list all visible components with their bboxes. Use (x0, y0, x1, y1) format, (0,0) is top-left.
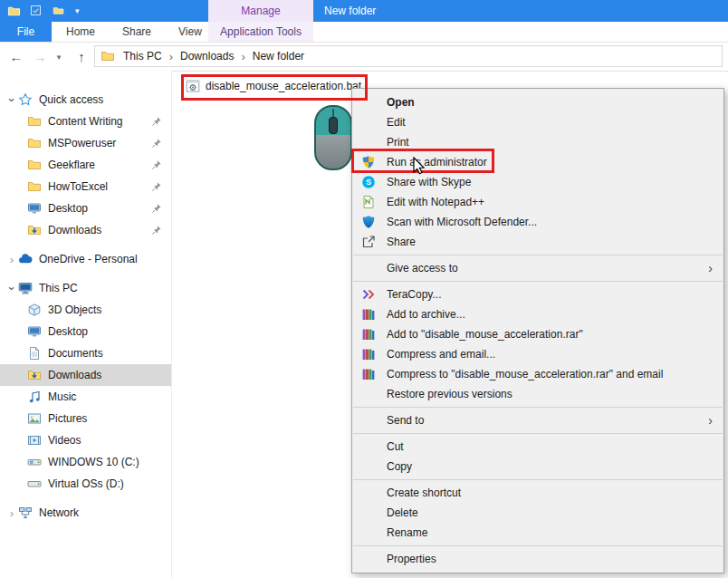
sidebar-item-geekflare[interactable]: Geekflare (0, 154, 171, 176)
menu-item-label: Share with Skype (387, 176, 471, 188)
sidebar-item-label: HowToExcel (48, 180, 108, 193)
menu-item-teracopy[interactable]: TeraCopy... (352, 284, 723, 304)
cloud-icon (18, 252, 33, 266)
sidebar-item-pictures[interactable]: Pictures (0, 408, 171, 429)
menu-item-compress-and-email[interactable]: Compress and email... (352, 344, 723, 364)
menu-item-delete[interactable]: Delete (352, 503, 723, 523)
sidebar-item-music[interactable]: Music (0, 386, 171, 408)
pin-icon (151, 159, 162, 170)
recent-locations-dropdown-icon[interactable]: ▾ (51, 43, 67, 71)
menu-item-add-to-disable-mouse-acceleration-rar[interactable]: Add to "disable_mouse_acceleration.rar" (352, 324, 723, 344)
menu-item-label: Create shortcut (387, 486, 461, 499)
address-bar[interactable]: This PC›Downloads›New folder (94, 45, 723, 67)
menu-item-cut[interactable]: Cut (352, 437, 723, 457)
sidebar: ›Quick accessContent WritingMSPoweruserG… (0, 71, 172, 578)
menu-item-label: Add to archive... (387, 308, 465, 321)
chevron-down-icon[interactable]: › (5, 93, 19, 106)
breadcrumb-item-new-folder[interactable]: New folder (248, 50, 309, 63)
sidebar-item-3d-objects[interactable]: 3D Objects (0, 299, 171, 321)
menu-item-label: Compress to "disable_mouse_acceleration.… (387, 368, 663, 381)
picture-icon (27, 411, 42, 426)
icon-placeholder (361, 115, 376, 130)
winrar-icon (361, 327, 376, 342)
qat-properties-icon[interactable] (30, 5, 43, 18)
video-icon (27, 433, 42, 448)
qat-new-folder-icon[interactable] (53, 5, 66, 18)
sidebar-item-network[interactable]: ›Network (0, 502, 171, 524)
icon-placeholder (361, 506, 376, 520)
menu-item-restore-previous-versions[interactable]: Restore previous versions (352, 384, 723, 404)
menu-item-scan-with-microsoft-defender[interactable]: Scan with Microsoft Defender... (352, 212, 723, 232)
sidebar-item-quick-access[interactable]: ›Quick access (0, 89, 171, 111)
up-arrow-icon[interactable]: ↑ (71, 43, 92, 71)
chevron-right-icon[interactable]: › (5, 253, 18, 266)
menu-item-edit-with-notepad[interactable]: Edit with Notepad++ (352, 192, 723, 212)
manage-contextual-tab[interactable]: Manage (208, 0, 313, 22)
menu-item-label: Edit with Notepad++ (387, 196, 484, 208)
sidebar-item-desktop[interactable]: Desktop (0, 321, 171, 342)
sidebar-item-documents[interactable]: Documents (0, 342, 171, 364)
annotation-box-file (181, 74, 368, 101)
sidebar-item-virtual-oss-d[interactable]: Virtual OSs (D:) (0, 473, 171, 495)
sidebar-item-label: Pictures (48, 412, 87, 425)
menu-item-give-access-to[interactable]: Give access to› (352, 258, 723, 278)
sidebar-item-windows-10-c[interactable]: WINDOWS 10 (C:) (0, 451, 171, 473)
sidebar-item-label: Content Writing (48, 115, 122, 128)
tab-file[interactable]: File (0, 22, 52, 42)
menu-item-label: Add to "disable_mouse_acceleration.rar" (387, 328, 583, 341)
sidebar-item-howtoexcel[interactable]: HowToExcel (0, 176, 171, 197)
qat-customize-dropdown-icon[interactable]: ▾ (75, 6, 80, 15)
menu-item-send-to[interactable]: Send to› (352, 410, 723, 430)
tab-application-tools[interactable]: Application Tools (208, 22, 313, 42)
menu-item-label: Share (387, 236, 416, 248)
sidebar-item-desktop[interactable]: Desktop (0, 197, 171, 219)
share-icon (361, 235, 376, 249)
chevron-down-icon[interactable]: › (5, 282, 19, 294)
back-arrow-icon[interactable]: ← (5, 43, 27, 71)
menu-item-add-to-archive[interactable]: Add to archive... (352, 304, 723, 324)
sidebar-item-onedrive-personal[interactable]: ›OneDrive - Personal (0, 248, 171, 270)
sidebar-item-this-pc[interactable]: ›This PC (0, 277, 171, 299)
menu-item-open[interactable]: Open (352, 92, 723, 112)
pc-icon (18, 281, 33, 295)
menu-item-share[interactable]: Share (352, 232, 723, 252)
sidebar-item-mspoweruser[interactable]: MSPoweruser (0, 132, 171, 154)
computer-mouse-illustration (314, 105, 352, 170)
menu-item-share-with-skype[interactable]: SShare with Skype (352, 172, 723, 192)
winrar-icon (361, 347, 376, 361)
sidebar-item-label: MSPoweruser (48, 137, 116, 149)
menu-item-create-shortcut[interactable]: Create shortcut (352, 483, 723, 503)
sidebar-item-content-writing[interactable]: Content Writing (0, 111, 171, 132)
forward-arrow-icon[interactable]: → (29, 43, 51, 71)
menu-separator (353, 479, 723, 480)
downloads-icon (27, 368, 42, 382)
sidebar-item-downloads[interactable]: Downloads (0, 219, 171, 241)
sidebar-item-downloads[interactable]: Downloads (0, 364, 171, 386)
star-icon (18, 92, 33, 107)
menu-item-copy[interactable]: Copy (352, 457, 723, 477)
menu-separator (353, 255, 723, 255)
sidebar-item-label: Network (39, 506, 79, 519)
tab-share[interactable]: Share (109, 22, 165, 42)
sidebar-item-label: Documents (48, 347, 103, 360)
chevron-right-icon[interactable]: › (5, 506, 18, 520)
menu-item-compress-to-disable-mouse-acceleration-rar-and-email[interactable]: Compress to "disable_mouse_acceleration.… (352, 364, 723, 384)
defender-shield-icon (361, 215, 376, 229)
breadcrumb-item-downloads[interactable]: Downloads (176, 50, 238, 63)
menu-item-label: Restore previous versions (387, 388, 512, 400)
quick-access-toolbar: ▾ (7, 0, 80, 22)
tab-home[interactable]: Home (53, 22, 109, 42)
titlebar: ▾ Manage New folder (0, 0, 728, 22)
menu-item-label: Print (387, 136, 409, 149)
sidebar-item-label: Desktop (48, 325, 88, 338)
sidebar-item-label: This PC (39, 282, 78, 294)
menu-item-properties[interactable]: Properties (352, 549, 723, 569)
sidebar-item-videos[interactable]: Videos (0, 429, 171, 451)
folder-icon (27, 158, 42, 172)
window-title: New folder (324, 0, 376, 22)
icon-placeholder (361, 459, 376, 474)
menu-item-rename[interactable]: Rename (352, 523, 723, 543)
breadcrumb-item-this-pc[interactable]: This PC (119, 50, 167, 63)
menu-item-label: Compress and email... (387, 348, 495, 361)
menu-item-edit[interactable]: Edit (352, 112, 723, 132)
